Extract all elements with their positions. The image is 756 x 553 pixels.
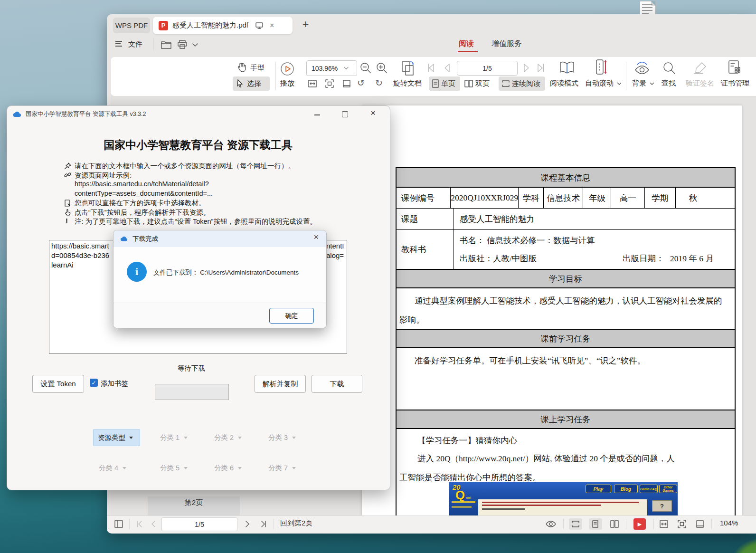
dialog-close-icon[interactable]: × (313, 232, 319, 242)
last-page-icon[interactable] (535, 62, 546, 74)
find-icon[interactable] (662, 61, 676, 75)
dialog-footer: 确定 (113, 303, 326, 328)
continuous-read-button[interactable]: 连续阅读 (499, 76, 545, 91)
category-3-dropdown: 分类 3 (268, 433, 296, 442)
auto-scroll-icon[interactable] (595, 59, 608, 76)
fit-visible-icon[interactable] (342, 79, 351, 88)
zoom-value: 103.96% (312, 65, 338, 72)
sidebar-toggle-icon[interactable] (114, 520, 123, 528)
cert-manager-label[interactable]: 证书管理 (721, 79, 749, 88)
cert-manager-icon[interactable] (728, 60, 742, 76)
read-mode-icon[interactable] (558, 60, 576, 76)
app-cloud-icon (120, 236, 129, 242)
pdf-table-header-classtask: 课上学习任务 (397, 410, 735, 429)
zoom-select[interactable]: 103.96% (306, 60, 357, 76)
category-5-dropdown: 分类 5 (160, 464, 188, 473)
status-fit-page-icon[interactable] (677, 519, 687, 529)
status-separator-1 (129, 519, 130, 529)
maximize-icon[interactable] (342, 111, 348, 117)
rotate-left-icon[interactable]: ↺ (357, 77, 365, 88)
background-label[interactable]: 背景 (632, 79, 654, 88)
click-hand-icon (64, 209, 71, 216)
rotate-document-icon[interactable] (400, 60, 417, 77)
wps-doc-tab[interactable]: P 感受人工智能的魅力.pdf × (153, 17, 293, 34)
status-fit-width-icon[interactable] (659, 519, 669, 529)
wps-app-tab[interactable]: WPS PDF (113, 18, 150, 33)
new-tab-button[interactable]: + (302, 18, 309, 31)
monitor-icon[interactable] (255, 22, 264, 29)
double-page-button[interactable]: 双页 (463, 76, 496, 91)
embedded-20q-image: 20 Q net Play Blog Game FAQ Other Games … (449, 482, 678, 515)
first-page-icon[interactable] (426, 62, 438, 74)
status-eye-icon[interactable] (545, 520, 557, 528)
ribbon-tab-vas[interactable]: 增值服务 (491, 39, 522, 49)
pdf-table: 课程基本信息 课例编号 2020QJ10XXRJ029 学科 信息技术 年级 高… (396, 167, 736, 524)
rotate-document-label[interactable]: 旋转文档 (393, 79, 422, 88)
background-eye-icon[interactable] (633, 61, 651, 76)
print-icon[interactable] (177, 40, 188, 49)
play-button-icon[interactable] (280, 61, 295, 76)
status-next-page-icon[interactable] (243, 520, 252, 528)
parse-copy-button[interactable]: 解析并复制 (255, 375, 306, 393)
dialog-info-icon: i (127, 262, 147, 282)
status-separator-2 (274, 519, 274, 529)
status-last-page-icon[interactable] (259, 520, 267, 528)
resource-type-dropdown[interactable]: 资源类型 (93, 429, 140, 446)
zoom-out-icon[interactable] (359, 61, 372, 75)
download-progressbar (155, 384, 229, 400)
find-label[interactable]: 查找 (662, 79, 676, 88)
add-bookmark-checkbox[interactable]: ✓ (90, 379, 98, 387)
status-separator-4 (626, 519, 626, 529)
hand-tool-label[interactable]: 手型 (250, 64, 265, 73)
tool-heading: 国家中小学智慧教育平台 资源下载工具 (7, 138, 389, 153)
fit-page-icon[interactable] (325, 79, 334, 88)
play-label[interactable]: 播放 (280, 79, 294, 88)
embed-button-other: Other Games (659, 485, 677, 493)
pin-icon (64, 162, 71, 170)
zoom-in-icon[interactable] (375, 61, 388, 75)
tool-title: 国家中小学智慧教育平台 资源下载工具 v3.3.2 (26, 110, 146, 118)
download-button[interactable]: 下载 (312, 375, 362, 393)
dialog-titlebar[interactable]: 下载完成 × (113, 230, 326, 247)
status-page-input[interactable]: 1/5 (161, 517, 237, 531)
status-zoom-value[interactable]: 104% (720, 519, 738, 527)
hand-tool-icon[interactable] (236, 62, 247, 72)
add-bookmark-label[interactable]: 添加书签 (101, 379, 128, 388)
status-single-page-icon[interactable] (589, 518, 602, 530)
open-folder-icon[interactable] (161, 40, 172, 49)
fit-width-icon[interactable] (308, 79, 317, 88)
dropdown-arrow-icon (184, 467, 188, 469)
status-play-button[interactable]: ▶ (633, 518, 646, 530)
auto-scroll-label[interactable]: 自动滚动 (585, 79, 622, 88)
ribbon-tab-read[interactable]: 阅读 (459, 39, 474, 49)
chevron-down-icon (650, 82, 654, 86)
tool-titlebar[interactable]: 国家中小学智慧教育平台 资源下载工具 v3.3.2 × (7, 105, 389, 124)
tool-close-icon[interactable]: × (370, 108, 376, 118)
single-page-button[interactable]: 单页 (429, 76, 460, 91)
back-to-page2-button[interactable]: 回到第2页 (280, 519, 312, 528)
document-select-icon (64, 200, 71, 207)
set-token-button[interactable]: 设置 Token (32, 375, 84, 393)
menu-file[interactable]: 文件 (128, 40, 142, 49)
background-text: 背景 (632, 79, 646, 87)
prev-page-icon[interactable] (442, 62, 453, 74)
status-fit-visible-icon[interactable] (695, 519, 705, 529)
status-separator-5 (653, 519, 654, 529)
select-tool[interactable]: 选择 (233, 76, 270, 91)
dialog-ok-button[interactable]: 确定 (269, 308, 314, 324)
page-number-input[interactable]: 1/5 (457, 61, 518, 76)
next-page-icon[interactable] (520, 62, 532, 74)
link-icon (64, 172, 71, 179)
main-menu-icon[interactable] (115, 41, 123, 47)
wallpaper-grass (732, 538, 756, 553)
doc-tab-close-icon[interactable]: × (270, 21, 274, 30)
status-double-page-icon[interactable] (610, 520, 619, 528)
rotate-right-icon[interactable]: ↻ (375, 77, 383, 88)
dropdown-arrow-icon (292, 437, 296, 439)
status-continuous-icon[interactable] (569, 518, 582, 530)
auto-scroll-text: 自动滚动 (585, 79, 614, 87)
minimize-icon[interactable] (314, 114, 320, 115)
embed-button-play: Play (586, 485, 611, 493)
chevron-down-icon[interactable] (192, 43, 198, 48)
read-mode-label[interactable]: 阅读模式 (550, 79, 578, 88)
